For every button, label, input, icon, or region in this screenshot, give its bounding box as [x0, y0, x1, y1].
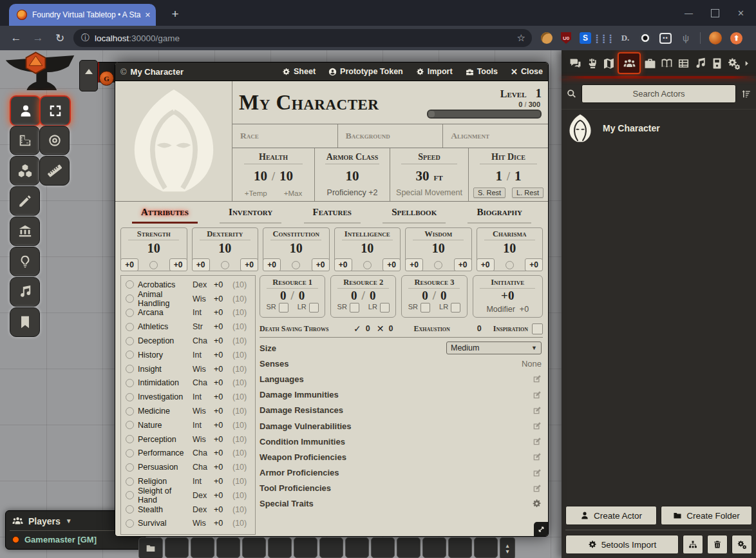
cookie-extension-icon[interactable] [541, 32, 553, 44]
skill-name[interactable]: Perception [138, 435, 189, 444]
skill-row[interactable]: Investigation Int +0 (10) [126, 390, 250, 404]
tab-spellbook[interactable]: Spellbook [383, 207, 446, 224]
initiative-value[interactable]: +0 [501, 289, 514, 302]
speed-stat[interactable]: Speed 30ft Special Movement [390, 148, 469, 201]
hotbar-page-buttons[interactable]: ▴▾ [500, 537, 515, 558]
hit-dice-value[interactable]: 1/1 [495, 168, 521, 184]
resource-name[interactable]: Resource 2 [343, 278, 383, 287]
ability-check-mod[interactable]: +0 [525, 258, 543, 271]
ability-save-mod[interactable]: +0 [477, 258, 495, 271]
skill-row[interactable]: Perception Wis +0 (10) [126, 432, 250, 447]
edit-trait-icon[interactable] [533, 468, 542, 477]
macro-slot[interactable] [371, 537, 395, 558]
box-extension-icon[interactable]: •• [659, 33, 672, 44]
back-button[interactable]: ← [5, 32, 27, 44]
edit-trait-icon[interactable] [533, 374, 542, 383]
macro-slot[interactable] [216, 537, 240, 558]
window-titlebar[interactable]: © My Character Sheet Prototype Token Imp… [115, 63, 548, 81]
death-fail-icon[interactable]: ✕ [377, 323, 384, 334]
macro-slot[interactable] [191, 537, 214, 558]
long-rest-button[interactable]: L. Rest [512, 188, 543, 198]
sr-checkbox[interactable] [421, 303, 430, 313]
profile-avatar[interactable] [709, 32, 722, 44]
tab-features[interactable]: Features [304, 207, 361, 224]
short-rest-button[interactable]: S. Rest [473, 188, 506, 198]
ability-score-box[interactable]: Charisma 10 +0 +0 [477, 227, 543, 271]
module-badge-icon[interactable]: G [99, 71, 114, 86]
macro-slot[interactable] [294, 537, 317, 558]
create-actor-button[interactable]: Create Actor [565, 506, 657, 525]
skill-proficiency-toggle[interactable] [126, 294, 134, 303]
edit-trait-icon[interactable] [533, 421, 542, 430]
s-extension-icon[interactable]: S [580, 32, 591, 44]
exhaustion-value[interactable]: 0 [477, 324, 482, 333]
hit-dice-stat[interactable]: Hit Dice 1/1 S. Rest L. Rest [469, 148, 548, 201]
tile-controls-button[interactable] [10, 156, 40, 186]
macro-slot[interactable] [242, 537, 266, 558]
prototype-token-button[interactable]: Prototype Token [328, 67, 403, 76]
skill-proficiency-toggle[interactable] [126, 491, 134, 499]
skill-row[interactable]: Sleight of Hand Dex +0 (10) [126, 488, 250, 503]
macro-folder-button[interactable] [138, 537, 163, 558]
browser-update-icon[interactable]: ⬆ [730, 32, 742, 44]
proficiency-toggle[interactable] [292, 261, 300, 269]
macro-slot[interactable] [397, 537, 421, 558]
ability-save-mod[interactable]: +0 [192, 258, 210, 271]
character-name-field[interactable]: My Character [239, 91, 426, 115]
skill-row[interactable]: Animal Handling Wis +0 (10) [126, 292, 250, 306]
death-success-icon[interactable]: ✓ [354, 323, 361, 334]
ability-score-box[interactable]: Constitution 10 +0 +0 [263, 227, 330, 271]
skill-proficiency-toggle[interactable] [126, 477, 134, 486]
inspiration-checkbox[interactable] [532, 323, 543, 334]
skill-name[interactable]: Sleight of Hand [138, 486, 189, 505]
ability-score-box[interactable]: Dexterity 10 +0 +0 [192, 227, 259, 271]
death-fail-count[interactable]: 0 [388, 324, 393, 333]
proficiency-toggle[interactable] [149, 261, 158, 269]
skill-row[interactable]: Arcana Int +0 (10) [126, 306, 250, 320]
macro-slot[interactable] [319, 537, 343, 558]
skill-proficiency-toggle[interactable] [126, 379, 134, 387]
character-portrait[interactable] [115, 81, 232, 201]
edit-trait-icon[interactable] [533, 390, 542, 399]
special-movement-button[interactable]: Special Movement [396, 188, 462, 197]
skill-proficiency-toggle[interactable] [126, 323, 134, 331]
ability-save-mod[interactable]: +0 [263, 258, 281, 271]
skill-name[interactable]: Investigation [138, 392, 189, 401]
ability-value[interactable]: 10 [147, 240, 160, 256]
macro-slot[interactable] [345, 537, 369, 558]
ability-value[interactable]: 10 [432, 240, 445, 256]
skill-name[interactable]: Nature [138, 421, 189, 430]
skill-proficiency-toggle[interactable] [126, 309, 134, 317]
window-maximize-button[interactable] [711, 9, 719, 17]
ability-score-box[interactable]: Intelligence 10 +0 +0 [334, 227, 401, 271]
skill-name[interactable]: Persuasion [138, 463, 189, 472]
skill-row[interactable]: Intimidation Cha +0 (10) [126, 376, 250, 390]
edit-trait-icon[interactable] [533, 484, 542, 493]
tab-biography[interactable]: Biography [468, 207, 531, 224]
tab-scenes[interactable] [601, 53, 616, 73]
death-success-count[interactable]: 0 [366, 324, 370, 333]
tab-combat[interactable] [584, 53, 600, 73]
folder-tree-button[interactable] [683, 535, 703, 554]
tab-settings[interactable] [726, 53, 741, 73]
skill-row[interactable]: Medicine Wis +0 (10) [126, 404, 250, 418]
ublock-extension-icon[interactable]: U0 [561, 32, 571, 44]
ability-check-mod[interactable]: +0 [312, 258, 330, 271]
skill-row[interactable]: Stealth Dex +0 (10) [126, 503, 250, 517]
tab-inventory[interactable]: Inventory [220, 207, 281, 224]
sound-controls-button[interactable] [10, 277, 40, 307]
tab-attributes[interactable]: Attributes [132, 207, 198, 224]
alignment-field[interactable]: Alignment [443, 124, 548, 148]
macro-slot[interactable] [474, 537, 498, 558]
proficiency-toggle[interactable] [506, 261, 514, 269]
armor-class-stat[interactable]: Armor Class 10 Proficiency +2 [315, 148, 390, 201]
skill-row[interactable]: Performance Cha +0 (10) [126, 447, 250, 461]
reload-button[interactable]: ↻ [49, 32, 71, 45]
ability-value[interactable]: 10 [361, 240, 373, 256]
skill-proficiency-toggle[interactable] [126, 463, 134, 472]
tab-actors[interactable] [618, 52, 641, 74]
tab-playlists[interactable] [692, 53, 708, 73]
skill-name[interactable]: Stealth [138, 505, 189, 514]
window-minimize-button[interactable]: — [685, 8, 693, 18]
grid-extension-icon[interactable]: ⡇⡇⡇ [600, 32, 611, 44]
